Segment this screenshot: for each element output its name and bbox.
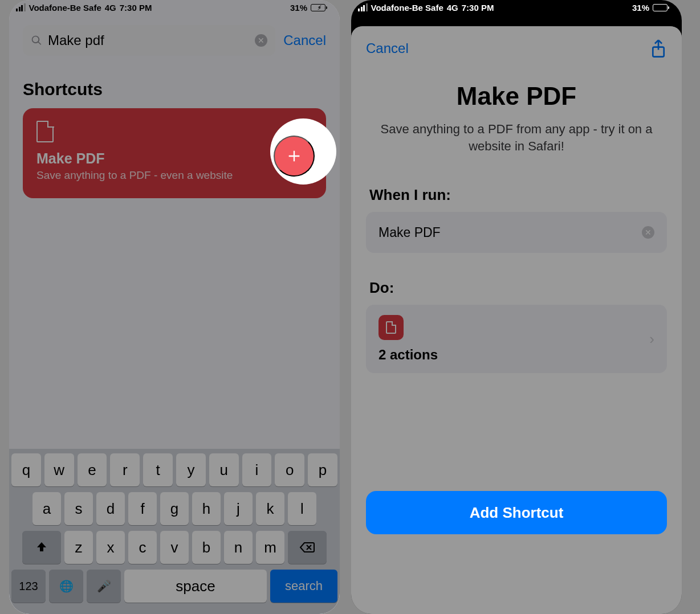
cancel-button[interactable]: Cancel [366,40,409,56]
signal-icon [16,3,26,11]
search-row: ✕ Cancel [9,15,340,64]
key-t[interactable]: t [143,453,173,486]
status-bar: Vodafone-Be Safe 4G 7:30 PM 31% ⚡︎ [351,0,682,15]
status-bar: Vodafone-Be Safe 4G 7:30 PM 31% ⚡︎ [9,0,340,15]
highlight-spotlight [270,118,336,185]
when-i-run-field[interactable]: Make PDF ✕ [366,212,667,253]
cancel-button[interactable]: Cancel [283,32,326,48]
key-h[interactable]: h [192,492,221,525]
key-y[interactable]: y [176,453,206,486]
add-shortcut-button[interactable]: Add Shortcut [366,491,667,534]
key-o[interactable]: o [275,453,304,486]
search-key[interactable]: search [270,570,337,603]
numbers-key[interactable]: 123 [11,570,46,603]
keyboard: qwertyuiop asdfghjkl zxcvbnm 123 🌐 🎤 spa… [9,449,340,614]
shortcut-description: Save anything to a PDF from any app - tr… [374,121,659,154]
mic-key[interactable]: 🎤 [87,570,121,603]
phone-detail-screen: Vodafone-Be Safe 4G 7:30 PM 31% ⚡︎ Cance… [351,0,682,614]
network-label: 4G [447,3,458,13]
key-i[interactable]: i [242,453,272,486]
space-key[interactable]: space [124,570,267,603]
when-i-run-value: Make PDF [379,225,441,240]
clear-search-button[interactable]: ✕ [255,34,267,47]
key-w[interactable]: w [44,453,74,486]
key-u[interactable]: u [209,453,239,486]
phone-search-screen: Vodafone-Be Safe 4G 7:30 PM 31% ⚡︎ ✕ Can… [9,0,340,614]
signal-icon [358,3,368,11]
key-r[interactable]: r [110,453,140,486]
key-d[interactable]: d [96,492,125,525]
document-icon [379,315,404,340]
search-icon [31,35,42,46]
time-label: 7:30 PM [120,3,152,13]
key-b[interactable]: b [192,531,221,564]
key-l[interactable]: l [288,492,316,525]
key-x[interactable]: x [96,531,125,564]
charging-icon: ⚡︎ [660,5,664,11]
key-g[interactable]: g [160,492,189,525]
action-count-label: 2 actions [379,347,438,363]
shortcut-title: Make PDF [374,82,659,110]
key-s[interactable]: s [64,492,93,525]
when-i-run-label: When I run: [351,160,682,212]
key-z[interactable]: z [64,531,93,564]
share-button[interactable] [650,39,667,58]
key-c[interactable]: c [128,531,157,564]
search-field[interactable]: ✕ [23,25,275,56]
network-label: 4G [105,3,116,13]
key-e[interactable]: e [78,453,107,486]
time-label: 7:30 PM [462,3,494,13]
globe-key[interactable]: 🌐 [49,570,83,603]
key-q[interactable]: q [11,453,41,486]
add-shortcut-plus-button[interactable] [274,136,315,177]
key-m[interactable]: m [256,531,284,564]
shift-key[interactable] [22,531,61,564]
carrier-label: Vodafone-Be Safe [371,3,443,13]
key-f[interactable]: f [128,492,157,525]
key-p[interactable]: p [308,453,337,486]
clear-field-button[interactable]: ✕ [642,226,654,239]
key-j[interactable]: j [224,492,253,525]
key-k[interactable]: k [256,492,284,525]
shortcut-subtitle: Save anything to a PDF - even a website [36,169,312,182]
key-v[interactable]: v [160,531,189,564]
battery-pct: 31% [632,3,649,13]
actions-row[interactable]: 2 actions › [366,305,667,373]
key-n[interactable]: n [224,531,253,564]
charging-icon: ⚡︎ [318,5,321,11]
document-icon [36,121,54,142]
carrier-label: Vodafone-Be Safe [29,3,101,13]
do-label: Do: [351,253,682,305]
section-title-shortcuts: Shortcuts [9,64,340,108]
battery-pct: 31% [290,3,307,13]
backspace-key[interactable] [288,531,327,564]
search-input[interactable] [48,32,249,48]
key-a[interactable]: a [32,492,61,525]
chevron-right-icon: › [649,330,654,348]
